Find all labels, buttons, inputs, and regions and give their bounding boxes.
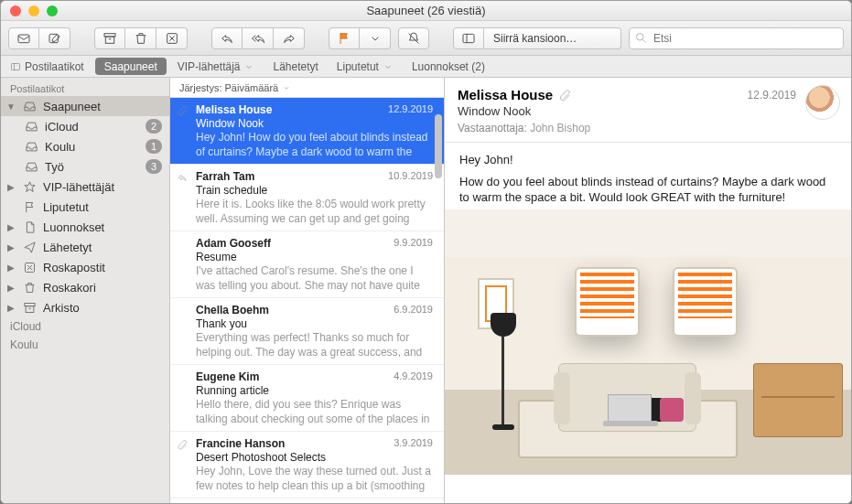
fav-drafts[interactable]: Luonnokset (2): [403, 56, 494, 77]
paper-plane-icon: [21, 241, 38, 254]
message-date: 4.9.2019: [394, 370, 433, 383]
chevron-down-icon: [383, 61, 394, 72]
disclosure-triangle-icon[interactable]: ▶: [6, 283, 16, 293]
message-subject: Train schedule: [196, 184, 433, 197]
sidebar-item-koulu[interactable]: Koulu 1: [1, 136, 169, 156]
disclosure-triangle-icon[interactable]: ▼: [6, 102, 16, 112]
reply-all-button[interactable]: [243, 27, 274, 49]
message-date: 12.9.2019: [388, 103, 433, 116]
sidebar-item-junk[interactable]: ▶ Roskapostit: [1, 257, 169, 277]
window-title: Saapuneet (26 viestiä): [1, 4, 851, 17]
main-pane: Postilaatikot ▼ Saapuneet iCloud 2 Koulu…: [1, 78, 851, 503]
svg-rect-10: [26, 306, 34, 312]
mail-window: Saapuneet (26 viestiä): [0, 0, 852, 504]
toolbar: Siirrä kansioon…: [1, 21, 851, 56]
search-input[interactable]: [629, 27, 844, 49]
reader-recipients: Vastaanottaja: John Bishop: [458, 122, 838, 134]
message-row[interactable]: Chella Boehm6.9.2019Thank youEverything …: [170, 298, 444, 365]
delete-button[interactable]: [125, 27, 156, 49]
flag-button[interactable]: [329, 27, 360, 49]
svg-point-6: [637, 33, 644, 40]
message-row[interactable]: Anthony Ashcroft2.9.2019AppointmentYour …: [170, 499, 444, 503]
reply-icon: [177, 172, 188, 186]
flag-menu-button[interactable]: [360, 27, 391, 49]
move-to-sidebar-button[interactable]: [453, 27, 484, 49]
sidebar-item-archive[interactable]: ▶ Arkisto: [1, 297, 169, 317]
fav-inbox[interactable]: Saapuneet: [95, 58, 167, 75]
message-preview: I've attached Carol's resume. She's the …: [196, 264, 433, 292]
reply-button[interactable]: [211, 27, 243, 49]
sidebar-item-icloud[interactable]: iCloud 2: [1, 116, 169, 136]
unread-badge: 3: [146, 159, 162, 174]
message-row[interactable]: Francine Hanson3.9.2019Desert Photoshoot…: [170, 432, 444, 499]
sidebar-item-drafts[interactable]: ▶ Luonnokset: [1, 217, 169, 237]
message-from: Eugene Kim: [196, 370, 259, 383]
junk-icon: [21, 261, 38, 274]
sidebar-item-sent[interactable]: ▶ Lähetetyt: [1, 237, 169, 257]
sidebar-item-vip[interactable]: ▶ VIP-lähettäjät: [1, 177, 169, 197]
message-list-pane: Järjestys: Päivämäärä Melissa House12.9.…: [170, 78, 445, 503]
sidebar-item-inbox[interactable]: ▼ Saapuneet: [1, 96, 169, 116]
scrollbar[interactable]: [435, 114, 442, 496]
message-from: Francine Hanson: [196, 437, 285, 450]
inbox-icon: [23, 140, 39, 154]
fav-flagged[interactable]: Liputetut: [328, 56, 403, 77]
message-row[interactable]: Farrah Tam10.9.2019Train scheduleHere it…: [170, 165, 444, 231]
list-sort-header[interactable]: Järjestys: Päivämäärä: [170, 78, 444, 98]
document-icon: [21, 220, 38, 234]
sidebar-section-header: Postilaatikot: [1, 80, 169, 96]
sidebar-item-tyo[interactable]: Työ 3: [1, 156, 169, 177]
compose-button[interactable]: [39, 27, 70, 49]
message-subject: Desert Photoshoot Selects: [196, 451, 433, 464]
reader-body[interactable]: Hey John! How do you feel about blinds i…: [445, 143, 851, 503]
message-subject: Running article: [196, 384, 433, 397]
star-icon: [21, 180, 38, 194]
flag-icon: [21, 200, 38, 214]
attachment-icon: [177, 105, 188, 119]
message-preview: Hey John! How do you feel about blinds i…: [196, 131, 433, 158]
mute-button[interactable]: [398, 27, 429, 49]
message-preview: Everything was perfect! Thanks so much f…: [196, 331, 433, 359]
get-mail-button[interactable]: [8, 27, 39, 49]
svg-rect-3: [105, 37, 113, 43]
message-date: 10.9.2019: [388, 170, 433, 183]
scrollbar-thumb[interactable]: [435, 114, 442, 178]
message-row[interactable]: Melissa House12.9.2019Window NookHey Joh…: [170, 98, 444, 165]
forward-button[interactable]: [274, 27, 305, 49]
move-to-button[interactable]: Siirrä kansioon…: [484, 27, 621, 49]
disclosure-triangle-icon[interactable]: ▶: [6, 263, 16, 273]
archive-button[interactable]: [94, 27, 125, 49]
inbox-icon: [21, 100, 38, 113]
fav-sent[interactable]: Lähetetyt: [264, 56, 327, 77]
message-from: Farrah Tam: [196, 170, 254, 183]
search-field-wrap: [629, 27, 844, 49]
message-row[interactable]: Adam Gooseff9.9.2019ResumeI've attached …: [170, 231, 444, 298]
to-label: Vastaanottaja:: [458, 122, 527, 134]
message-list[interactable]: Melissa House12.9.2019Window NookHey Joh…: [170, 98, 444, 503]
sidebar-account-koulu[interactable]: Koulu: [1, 336, 169, 354]
junk-button[interactable]: [156, 27, 188, 49]
message-from: Chella Boehm: [196, 304, 269, 316]
disclosure-triangle-icon[interactable]: ▶: [6, 182, 16, 192]
message-from: Adam Gooseff: [196, 237, 271, 250]
message-preview: Hello there, did you see this? Enrique w…: [196, 398, 433, 425]
message-row[interactable]: Eugene Kim4.9.2019Running articleHello t…: [170, 365, 444, 432]
fav-vip[interactable]: VIP-lähettäjä: [168, 56, 264, 77]
message-preview: Here it is. Looks like the 8:05 would wo…: [196, 198, 433, 225]
attachment-image[interactable]: [445, 209, 851, 475]
sidebar-item-trash[interactable]: ▶ Roskakori: [1, 277, 169, 297]
disclosure-triangle-icon[interactable]: ▶: [6, 242, 16, 252]
reader-header: Melissa House 12.9.2019 Window Nook Vast…: [445, 78, 851, 143]
sidebar-item-flagged[interactable]: Liputetut: [1, 197, 169, 217]
message-date: 6.9.2019: [394, 304, 433, 316]
unread-badge: 2: [146, 119, 162, 134]
chevron-down-icon: [282, 83, 291, 92]
disclosure-triangle-icon[interactable]: ▶: [6, 222, 16, 232]
sidebar-account-icloud[interactable]: iCloud: [1, 317, 169, 336]
reader-date: 12.9.2019: [748, 89, 796, 102]
message-subject: Window Nook: [196, 117, 433, 130]
fav-mailboxes[interactable]: Postilaatikot: [1, 56, 93, 77]
disclosure-triangle-icon[interactable]: ▶: [6, 303, 16, 313]
message-subject: Thank you: [196, 317, 433, 330]
reader-pane: Melissa House 12.9.2019 Window Nook Vast…: [445, 78, 851, 503]
